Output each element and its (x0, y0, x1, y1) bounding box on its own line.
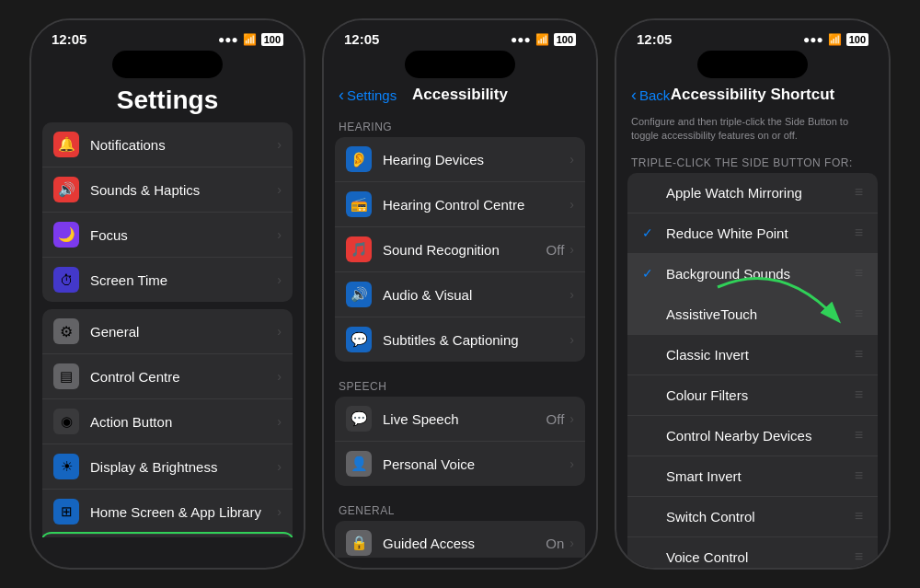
shortcut-item-reducewhitepoint[interactable]: ✓ Reduce White Point ≡ (627, 213, 878, 254)
settings-item-action[interactable]: ◉ Action Button › (42, 399, 293, 444)
focus-chevron: › (277, 227, 282, 242)
dynamic-island-3 (697, 51, 808, 78)
settings-item-general[interactable]: ⚙ General › (42, 309, 293, 354)
audio-visual-item[interactable]: 🔊 Audio & Visual › (335, 272, 585, 317)
nav-bar-2: ‹ Settings Accessibility (324, 82, 596, 110)
phone1-content: Settings 🔔 Notifications › 🔊 Sounds & Ha… (31, 82, 304, 537)
personal-voice-item[interactable]: 👤 Personal Voice › (335, 442, 585, 486)
live-speech-value: Off (546, 411, 565, 427)
audio-visual-icon: 🔊 (346, 282, 372, 307)
shortcut-item-switchcontrol[interactable]: Switch Control ≡ (627, 497, 878, 537)
shortcut-section-label: TRIPLE-CLICK THE SIDE BUTTON FOR: (616, 147, 889, 173)
page-title-1: Settings (31, 82, 304, 122)
settings-item-display[interactable]: ☀ Display & Brightness › (42, 444, 293, 490)
live-speech-item[interactable]: 💬 Live Speech Off › (335, 397, 585, 442)
handle-voicecontrol: ≡ (855, 548, 863, 565)
controlcentre-label: Control Centre (90, 369, 277, 385)
settings-item-controlcentre[interactable]: ▤ Control Centre › (42, 354, 293, 399)
settings-item-accessibility[interactable]: ♿ Accessibility › (42, 535, 293, 537)
audio-visual-chevron: › (569, 287, 574, 302)
check-reducewhitepoint: ✓ (642, 225, 661, 240)
speech-section-header: SPEECH (324, 369, 596, 397)
hearing-devices-chevron: › (569, 152, 574, 167)
guided-access-item[interactable]: 🔒 Guided Access On › (335, 521, 585, 558)
status-bar-1: 12:05 ●●● 📶 100 (31, 20, 304, 51)
nav-title-2: Accessibility (412, 86, 508, 104)
back-chevron-2: ‹ (339, 86, 344, 105)
guided-access-icon: 🔒 (346, 530, 372, 556)
shortcut-item-classicinvert[interactable]: Classic Invert ≡ (627, 335, 878, 375)
handle-backgroundsounds: ≡ (855, 265, 863, 282)
handle-assistivetouch: ≡ (855, 306, 863, 322)
handle-colourfilters: ≡ (855, 386, 863, 403)
handle-classicinvert: ≡ (855, 346, 863, 363)
personal-voice-icon: 👤 (346, 451, 372, 477)
handle-controlnearby: ≡ (855, 427, 863, 444)
hearing-control-label: Hearing Control Centre (383, 197, 569, 213)
display-chevron: › (277, 459, 282, 474)
shortcut-item-controlnearby[interactable]: Control Nearby Devices ≡ (627, 416, 878, 456)
phone-1: 12:05 ●●● 📶 100 Settings 🔔 Notifications… (29, 18, 305, 570)
focus-label: Focus (90, 227, 277, 243)
general-group: 🔒 Guided Access On › ▤ Assistive Access … (335, 521, 585, 558)
label-applewatchmirroring: Apple Watch Mirroring (666, 185, 855, 201)
focus-icon: 🌙 (53, 222, 79, 248)
hearing-devices-item[interactable]: 👂 Hearing Devices › (335, 137, 585, 182)
settings-item-screentime[interactable]: ⏱ Screen Time › (42, 258, 293, 302)
action-icon: ◉ (53, 409, 79, 434)
settings-item-sounds[interactable]: 🔊 Sounds & Haptics › (42, 167, 293, 213)
label-smartinvert: Smart Invert (666, 468, 855, 484)
phone-2: 12:05 ●●● 📶 100 ‹ Settings Accessibility… (322, 18, 598, 570)
subtitles-label: Subtitles & Captioning (383, 332, 569, 348)
shortcut-item-voicecontrol[interactable]: Voice Control ≡ (627, 537, 878, 570)
guided-access-label: Guided Access (383, 536, 546, 551)
settings-item-homescreen[interactable]: ⊞ Home Screen & App Library › (42, 490, 293, 535)
phone-3: 12:05 ●●● 📶 100 ‹ Back Accessibility Sho… (615, 18, 891, 570)
settings-item-notifications[interactable]: 🔔 Notifications › (42, 122, 293, 167)
label-colourfilters: Colour Filters (666, 387, 855, 403)
subtitles-icon: 💬 (346, 327, 372, 352)
notifications-label: Notifications (90, 137, 277, 153)
subtitles-chevron: › (569, 332, 574, 347)
sound-recognition-item[interactable]: 🎵 Sound Recognition Off › (335, 227, 585, 272)
shortcut-item-smartinvert[interactable]: Smart Invert ≡ (627, 456, 878, 497)
hearing-control-item[interactable]: 📻 Hearing Control Centre › (335, 182, 585, 227)
general-section-header: GENERAL (324, 493, 596, 521)
battery-icon: 100 (261, 33, 283, 46)
subtitles-item[interactable]: 💬 Subtitles & Captioning › (335, 317, 585, 362)
battery-icon-3: 100 (846, 33, 868, 46)
shortcut-item-backgroundsounds[interactable]: ✓ Background Sounds ≡ (627, 254, 878, 294)
shortcut-item-colourfilters[interactable]: Colour Filters ≡ (627, 375, 878, 416)
display-icon: ☀ (53, 454, 79, 479)
handle-applewatchmirroring: ≡ (855, 184, 863, 201)
battery-icon-2: 100 (554, 33, 576, 46)
signal-icon: ●●● (218, 33, 238, 46)
live-speech-chevron: › (569, 411, 574, 426)
homescreen-chevron: › (277, 504, 282, 519)
homescreen-label: Home Screen & App Library (90, 504, 277, 520)
label-classicinvert: Classic Invert (666, 347, 855, 363)
personal-voice-label: Personal Voice (383, 456, 569, 472)
guided-access-chevron: › (569, 536, 574, 550)
nav-back-2[interactable]: ‹ Settings (339, 86, 397, 105)
time-1: 12:05 (52, 31, 86, 47)
label-voicecontrol: Voice Control (666, 549, 855, 565)
sound-recognition-chevron: › (569, 242, 574, 257)
general-icon: ⚙ (53, 318, 79, 344)
back-chevron-3: ‹ (631, 86, 637, 105)
shortcut-item-applewatchmirroring[interactable]: Apple Watch Mirroring ≡ (627, 173, 878, 213)
wifi-icon-3: 📶 (828, 33, 842, 46)
sounds-label: Sounds & Haptics (90, 182, 277, 198)
speech-group: 💬 Live Speech Off › 👤 Personal Voice › (335, 397, 585, 486)
settings-item-focus[interactable]: 🌙 Focus › (42, 213, 293, 258)
hearing-devices-icon: 👂 (346, 146, 372, 172)
hearing-group: 👂 Hearing Devices › 📻 Hearing Control Ce… (335, 137, 585, 362)
sound-recognition-value: Off (546, 242, 565, 258)
status-bar-2: 12:05 ●●● 📶 100 (324, 20, 596, 51)
guided-access-value: On (546, 536, 564, 551)
wifi-icon-2: 📶 (535, 33, 549, 46)
shortcut-item-assistivetouch[interactable]: AssistiveTouch ≡ (627, 294, 878, 335)
nav-back-3[interactable]: ‹ Back (631, 86, 670, 105)
dynamic-island-2 (405, 51, 515, 78)
controlcentre-icon: ▤ (53, 363, 79, 389)
